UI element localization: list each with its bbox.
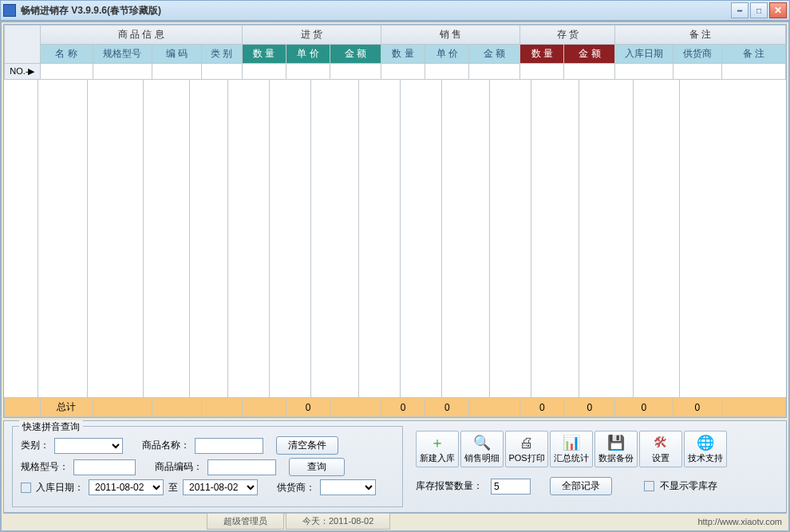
tool-icon: 💾 <box>607 434 625 451</box>
col-purchase-amount[interactable]: 金 额 <box>330 45 381 64</box>
tool-label: 汇总统计 <box>554 452 589 464</box>
status-today: 今天：2011-08-02 <box>286 513 390 530</box>
tool-icon: 🌐 <box>697 434 714 451</box>
tool-icon: 📊 <box>563 434 580 451</box>
tool-label: 新建入库 <box>420 452 455 464</box>
date-checkbox[interactable] <box>21 483 31 493</box>
tool-label: 设置 <box>652 452 670 464</box>
tool-button-4[interactable]: 💾数据备份 <box>594 431 638 467</box>
data-grid[interactable]: 商 品 信 息 进 货 销 售 存 货 备 注 名 称 规格型号 编 码 类 别… <box>3 24 787 418</box>
group-sales: 销 售 <box>381 26 519 45</box>
product-name-input[interactable] <box>195 438 263 454</box>
hide-zero-label: 不显示零库存 <box>660 480 717 491</box>
col-purchase-qty[interactable]: 数 量 <box>242 45 286 64</box>
tool-icon: 🔍 <box>473 434 491 451</box>
maximize-button[interactable]: □ <box>750 2 768 18</box>
col-stock-amount[interactable]: 金 额 <box>564 45 615 64</box>
date-to-label: 至 <box>168 481 178 495</box>
tool-icon: ＋ <box>429 434 446 451</box>
tool-button-0[interactable]: ＋新建入库 <box>416 431 459 467</box>
date-from-select[interactable]: 2011-08-02 <box>89 479 164 495</box>
col-stock-qty[interactable]: 数 量 <box>520 45 564 64</box>
titlebar: 畅销进销存 V3.9.9.6(春节珍藏版) ━ □ ✕ <box>0 0 790 21</box>
alarm-qty-input[interactable] <box>491 479 531 495</box>
grid-empty-area <box>4 80 786 397</box>
status-bar: 超级管理员 今天：2011-08-02 http://www.xiaotv.co… <box>3 513 787 529</box>
category-label: 类别： <box>21 439 49 452</box>
tool-button-6[interactable]: 🌐技术支持 <box>684 431 727 467</box>
col-purchase-price[interactable]: 单 价 <box>286 45 330 64</box>
totals-label: 总计 <box>40 398 93 417</box>
spec-label: 规格型号： <box>21 460 69 474</box>
all-records-button[interactable]: 全部记录 <box>550 477 612 495</box>
app-icon <box>3 4 16 17</box>
tool-label: POS打印 <box>508 452 544 464</box>
code-label: 商品编码： <box>155 460 203 474</box>
col-remark[interactable]: 备 注 <box>722 45 786 64</box>
group-product-info: 商 品 信 息 <box>40 26 242 45</box>
tool-button-1[interactable]: 🔍销售明细 <box>460 431 504 467</box>
in-date-label: 入库日期： <box>36 481 84 495</box>
alarm-label: 库存报警数量： <box>416 479 483 493</box>
window-title: 畅销进销存 V3.9.9.6(春节珍藏版) <box>21 4 731 18</box>
clear-button[interactable]: 清空条件 <box>276 436 338 455</box>
date-to-select[interactable]: 2011-08-02 <box>183 479 258 495</box>
table-row[interactable]: NO.-▶ <box>5 64 786 80</box>
supplier-select[interactable] <box>320 479 376 495</box>
product-name-label: 商品名称： <box>142 439 190 452</box>
col-category[interactable]: 类 别 <box>201 45 242 64</box>
group-stock: 存 货 <box>520 26 615 45</box>
main-toolbar: ＋新建入库🔍销售明细🖨POS打印📊汇总统计💾数据备份🛠设置🌐技术支持 <box>416 431 778 467</box>
category-select[interactable] <box>54 438 123 454</box>
col-in-date[interactable]: 入库日期 <box>615 45 673 64</box>
tool-label: 技术支持 <box>688 452 723 464</box>
tool-button-3[interactable]: 📊汇总统计 <box>550 431 593 467</box>
col-supplier[interactable]: 供货商 <box>673 45 722 64</box>
tool-label: 数据备份 <box>598 452 634 464</box>
tool-button-5[interactable]: 🛠设置 <box>639 431 682 467</box>
quick-search-group: 快速拼音查询 类别： 商品名称： 清空条件 规格型号： 商品编码： 查询 <box>12 426 403 507</box>
col-spec[interactable]: 规格型号 <box>93 45 152 64</box>
hide-zero-checkbox[interactable] <box>644 481 654 491</box>
totals-row: 总计 0 0 0 0 0 0 0 <box>5 398 786 417</box>
search-legend: 快速拼音查询 <box>19 420 83 434</box>
close-button[interactable]: ✕ <box>769 2 787 18</box>
col-sales-qty[interactable]: 数 量 <box>381 45 425 64</box>
group-purchase: 进 货 <box>242 26 381 45</box>
row-header-corner <box>5 26 41 64</box>
status-url[interactable]: http://www.xiaotv.com <box>697 517 782 526</box>
col-sales-amount[interactable]: 金 额 <box>469 45 520 64</box>
tool-icon: 🖨 <box>518 434 535 451</box>
row-marker: NO.-▶ <box>5 64 41 80</box>
col-sales-price[interactable]: 单 价 <box>425 45 469 64</box>
supplier-label: 供货商： <box>277 481 315 495</box>
col-name[interactable]: 名 称 <box>40 45 93 64</box>
tool-label: 销售明细 <box>464 452 500 464</box>
status-user: 超级管理员 <box>207 513 284 530</box>
minimize-button[interactable]: ━ <box>731 2 749 18</box>
group-remark: 备 注 <box>615 26 786 45</box>
code-input[interactable] <box>207 459 276 475</box>
query-button[interactable]: 查询 <box>289 458 345 476</box>
tool-icon: 🛠 <box>652 434 670 451</box>
tool-button-2[interactable]: 🖨POS打印 <box>505 431 548 467</box>
col-code[interactable]: 编 码 <box>152 45 201 64</box>
spec-input[interactable] <box>73 459 136 475</box>
